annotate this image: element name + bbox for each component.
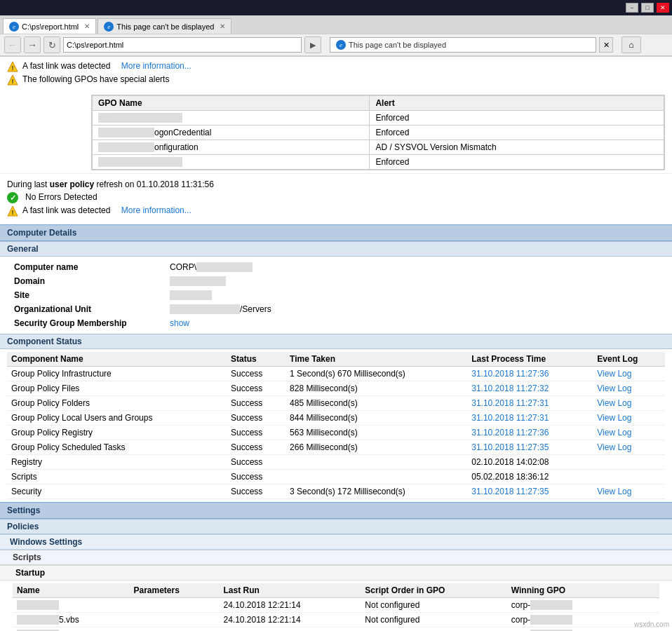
view-log-link[interactable]: View Log [597,384,631,393]
title-bar: − □ ✕ [0,0,672,15]
comp-process-cell: 31.10.2018 11:27:31 [467,411,593,426]
startup-params-cell [129,613,219,627]
gpo-col-name: GPO Name [93,96,370,111]
view-log-link[interactable]: View Log [597,398,631,408]
process-time-link[interactable]: 31.10.2018 11:27:31 [471,398,549,408]
gpo-alert-cell: Enforced [370,111,664,125]
table-row: blur24.10.2018 12:21:14Not configuredcor… [13,598,659,613]
no-errors-text: No Errors Detected [25,192,98,202]
comp-log-cell: View Log [593,484,665,499]
settings-header: Settings [0,502,672,519]
startup-params-cell [129,627,219,632]
comp-time-cell: 844 Millisecond(s) [285,411,467,426]
tab-close-icon[interactable]: ✕ [84,22,90,30]
close-button[interactable]: ✕ [657,3,669,13]
col-params: Parameters [129,583,219,598]
field-value: show [167,317,661,330]
address-input[interactable] [63,37,302,53]
back-button[interactable]: ← [4,36,21,53]
warning-icon-2: ! [7,74,18,86]
comp-name-cell: Group Policy Files [7,381,227,396]
table-row: blur5.vbs24.10.2018 12:21:14Not configur… [13,613,659,627]
process-time-link[interactable]: 31.10.2018 11:27:31 [471,413,549,423]
comp-time-cell: 828 Millisecond(s) [285,381,467,396]
process-time-link[interactable]: 31.10.2018 11:27:32 [471,384,549,393]
col-time-taken: Time Taken [285,352,467,367]
startup-gpo-cell: corp-blur [507,598,659,613]
comp-name-cell: Group Policy Registry [7,426,227,440]
error-tab-close[interactable]: ✕ [599,37,613,53]
process-time-link[interactable]: 31.10.2018 11:27:35 [471,487,549,496]
gpo-alert-cell: Enforced [370,125,664,140]
policies-header: Policies [0,519,672,534]
general-table: Computer name CORP\ Domain Site Organiza… [0,257,672,334]
comp-time-cell: 485 Millisecond(s) [285,396,467,411]
comp-name-cell: Security [7,484,227,499]
address-bar: ← → ↻ ▶ e This page can't be displayed ✕… [0,34,672,56]
startup-order-cell: Not configured [361,613,506,627]
col-last-process: Last Process Time [467,352,593,367]
comp-status-cell: Success [227,455,285,470]
table-row: Group Policy Scheduled TasksSuccess266 M… [7,440,665,455]
user-policy-title: During last user policy refresh on 01.10… [7,179,665,189]
gpo-table: GPO Name Alert blur Enforced blurogonCre… [92,95,664,170]
table-row: Group Policy Local Users and GroupsSucce… [7,411,665,426]
gpo-alert-cell: Enforced [370,155,664,170]
field-label: Organizational Unit [11,303,166,316]
startup-name-cell: blur5.vbs [13,613,129,627]
table-row: blur Enforced [93,155,664,170]
comp-time-cell: 3 Second(s) 172 Millisecond(s) [285,484,467,499]
view-log-link[interactable]: View Log [597,487,631,496]
comp-status-cell: Success [227,396,285,411]
fast-link-more-link[interactable]: More information... [121,61,191,71]
refresh-button[interactable]: ↻ [43,36,60,53]
startup-name-cell: blur [13,598,129,613]
view-log-link[interactable]: View Log [597,442,631,452]
fast-link-text: A fast link was detected [22,61,110,71]
minimize-button[interactable]: − [626,3,638,13]
restore-button[interactable]: □ [641,3,654,13]
table-row: Group Policy InfrastructureSuccess1 Seco… [7,367,665,381]
forward-button[interactable]: → [24,36,41,53]
startup-name-cell: blurs.ps1 [13,627,129,632]
tab-error-close-icon[interactable]: ✕ [220,22,225,30]
home-button[interactable]: ⌂ [621,36,641,53]
col-status: Status [227,352,285,367]
error-tab-icon: e [336,40,346,50]
page-content: ! A fast link was detected More informat… [0,57,672,631]
alerts-section: ! A fast link was detected More informat… [0,57,672,92]
field-value: /Servers [167,303,661,316]
comp-name-cell: Group Policy Infrastructure [7,367,227,381]
go-button[interactable]: ▶ [304,36,321,53]
comp-log-cell [593,455,665,470]
gpo-name-cell: blur [93,111,370,125]
comp-status-cell: Success [227,470,285,484]
view-log-link[interactable]: View Log [597,428,631,437]
tab-report[interactable]: e C:\ps\report.html ✕ [3,18,96,34]
startup-order-cell: Not configured [361,627,506,632]
view-log-link[interactable]: View Log [597,413,631,423]
comp-status-cell: Success [227,411,285,426]
table-row: blur Enforced [93,111,664,125]
process-time-link[interactable]: 31.10.2018 11:27:36 [471,369,549,379]
table-row: Group Policy FoldersSuccess485 Milliseco… [7,396,665,411]
comp-status-cell: Success [227,484,285,499]
startup-table-wrap: Name Parameters Last Run Script Order in… [0,581,672,631]
comp-log-cell: View Log [593,426,665,440]
tab-report-label: C:\ps\report.html [22,22,79,31]
tab-error[interactable]: e This page can't be displayed ✕ [98,18,231,34]
comp-log-cell: View Log [593,440,665,455]
gpo-name-cell: blur [93,155,370,170]
svg-text:!: ! [12,78,14,85]
error-tab: e This page can't be displayed [330,37,596,53]
user-more-info-link[interactable]: More information... [121,205,191,215]
comp-process-cell: 31.10.2018 11:27:36 [467,367,593,381]
field-value: CORP\ [167,261,661,273]
warning-icon-1: ! [7,61,18,72]
comp-process-cell: 31.10.2018 11:27:31 [467,396,593,411]
process-time-link[interactable]: 31.10.2018 11:27:35 [471,442,549,452]
show-link[interactable]: show [170,318,189,328]
process-time-link[interactable]: 31.10.2018 11:27:36 [471,428,549,437]
comp-name-cell: Group Policy Folders [7,396,227,411]
view-log-link[interactable]: View Log [597,369,631,379]
